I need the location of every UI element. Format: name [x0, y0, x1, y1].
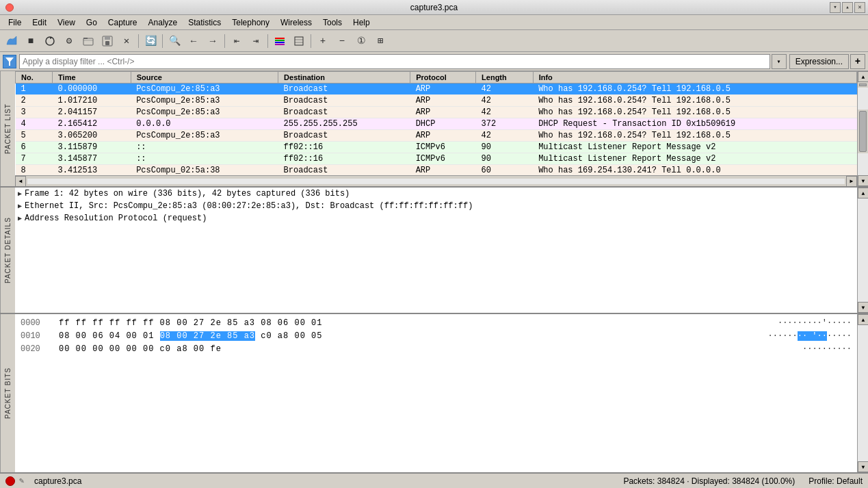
- prev-packet-button[interactable]: ⇥: [247, 33, 265, 49]
- options-button[interactable]: ⚙: [60, 33, 78, 49]
- filter-dropdown-button[interactable]: ▾: [772, 54, 787, 69]
- offset-0020: 0020: [21, 343, 48, 356]
- menu-view[interactable]: View: [52, 16, 81, 29]
- scroll-up-button[interactable]: ▲: [858, 71, 868, 82]
- normal-size-button[interactable]: ①: [352, 33, 370, 49]
- forward-button[interactable]: →: [204, 33, 222, 49]
- svg-rect-7: [275, 40, 285, 41]
- offset-0000: 0000: [21, 317, 48, 330]
- menu-analyze[interactable]: Analyze: [143, 16, 183, 29]
- table-row[interactable]: 53.065200PcsCompu_2e:85:a3BroadcastARP42…: [16, 130, 857, 142]
- packet-table-scroll[interactable]: No. Time Source Destination Protocol Len…: [15, 71, 857, 175]
- menu-wireless[interactable]: Wireless: [275, 16, 317, 29]
- table-row[interactable]: 63.115879::ff02::16ICMPv690Multicast Lis…: [16, 142, 857, 153]
- packet-details-scrollbar[interactable]: ▲ ▼: [857, 188, 868, 313]
- menu-go[interactable]: Go: [81, 16, 103, 29]
- hex-before-highlight: 08 00 06 04 00 01: [59, 331, 160, 341]
- col-no[interactable]: No.: [16, 72, 53, 84]
- menu-edit[interactable]: Edit: [27, 16, 52, 29]
- col-info[interactable]: Info: [533, 72, 856, 84]
- expand-arrow-ethernet[interactable]: ▶: [18, 202, 22, 210]
- col-destination[interactable]: Destination: [278, 72, 410, 84]
- shark-fin-button[interactable]: [3, 33, 21, 49]
- open-button[interactable]: [79, 33, 97, 49]
- separator-2: [162, 34, 163, 48]
- first-packet-button[interactable]: ⇤: [228, 33, 246, 49]
- separator-5: [311, 34, 311, 48]
- col-protocol[interactable]: Protocol: [410, 72, 476, 84]
- find-button[interactable]: 🔍: [166, 33, 183, 49]
- detail-row-frame[interactable]: ▶ Frame 1: 42 bytes on wire (336 bits), …: [15, 188, 857, 200]
- packet-list-content: No. Time Source Destination Protocol Len…: [15, 71, 857, 186]
- close-button[interactable]: ✕: [854, 2, 865, 13]
- packet-bytes-scrollbar[interactable]: ▲ ▼: [857, 314, 868, 472]
- save-button[interactable]: [98, 33, 116, 49]
- colorize-button[interactable]: [271, 33, 289, 49]
- scroll-down-button[interactable]: ▼: [858, 175, 868, 186]
- minimize-button[interactable]: ▾: [830, 2, 841, 13]
- back-button[interactable]: ←: [185, 33, 202, 49]
- zoom-in-button[interactable]: +: [314, 33, 332, 49]
- col-time[interactable]: Time: [53, 72, 131, 84]
- detail-row-ethernet[interactable]: ▶ Ethernet II, Src: PcsCompu_2e:85:a3 (0…: [15, 200, 857, 212]
- detail-row-arp[interactable]: ▶ Address Resolution Protocol (request): [15, 212, 857, 224]
- menu-help[interactable]: Help: [347, 16, 376, 29]
- packet-details-label: PACKET DETAILS: [0, 188, 15, 313]
- separator-4: [267, 34, 268, 48]
- menu-capture[interactable]: Capture: [103, 16, 143, 29]
- filter-input[interactable]: [19, 54, 770, 69]
- close-capture-button[interactable]: ✕: [118, 33, 135, 49]
- table-row[interactable]: 32.041157PcsCompu_2e:85:a3BroadcastARP42…: [16, 107, 857, 118]
- ascii-before-highlight: ······: [768, 331, 798, 341]
- scroll-right-button[interactable]: ▶: [846, 176, 857, 187]
- resize-button[interactable]: ⊞: [371, 33, 389, 49]
- scroll-left-button[interactable]: ◀: [15, 176, 26, 187]
- toolbar: ■ ⚙ ✕ 🔄 🔍 ← → ⇤ ⇥ + − ① ⊞: [0, 30, 868, 52]
- hex-0000: ff ff ff ff ff ff 08 00 27 2e 85 a3 08 0…: [59, 317, 767, 330]
- status-packets: Packets: 384824 · Displayed: 384824 (100…: [623, 476, 863, 486]
- separator-3: [224, 34, 225, 48]
- horizontal-scrollbar[interactable]: ◀ ▶: [15, 175, 857, 186]
- status-bar: ✎ capture3.pca Packets: 384824 · Display…: [0, 473, 868, 488]
- zoom-out-button[interactable]: −: [333, 33, 351, 49]
- packet-details-panel: PACKET DETAILS ▶ Frame 1: 42 bytes on wi…: [0, 188, 868, 314]
- ascii-0000: ·········'·····: [778, 317, 852, 330]
- expand-arrow-frame[interactable]: ▶: [18, 190, 22, 198]
- window-buttons[interactable]: ▾ ▴ ✕: [830, 2, 865, 13]
- col-source[interactable]: Source: [131, 72, 278, 84]
- coloring-rules-button[interactable]: [290, 33, 308, 49]
- packet-table: No. Time Source Destination Protocol Len…: [15, 71, 857, 175]
- svg-rect-8: [275, 42, 285, 43]
- reload-button[interactable]: 🔄: [142, 33, 159, 49]
- filter-icon: [3, 55, 16, 68]
- svg-rect-5: [105, 41, 109, 45]
- table-row[interactable]: 10.000000PcsCompu_2e:85:a3BroadcastARP42…: [16, 84, 857, 95]
- table-row[interactable]: 21.017210PcsCompu_2e:85:a3BroadcastARP42…: [16, 95, 857, 107]
- bytes-content: 0000 ff ff ff ff ff ff 08 00 27 2e 85 a3…: [15, 314, 857, 472]
- packet-list-panel: PACKET LIST No. Time Source Destination …: [0, 71, 868, 188]
- packet-bytes-panel: PACKET BITS 0000 ff ff ff ff ff ff 08 00…: [0, 314, 868, 473]
- detail-arp-text: Address Resolution Protocol (request): [25, 214, 207, 223]
- menu-telephony[interactable]: Telephony: [226, 16, 275, 29]
- expand-arrow-arp[interactable]: ▶: [18, 214, 22, 222]
- col-length[interactable]: Length: [476, 72, 534, 84]
- menu-statistics[interactable]: Statistics: [183, 16, 226, 29]
- expression-button[interactable]: Expression...: [789, 54, 849, 69]
- table-row[interactable]: 73.145877::ff02::16ICMPv690Multicast Lis…: [16, 153, 857, 165]
- add-filter-button[interactable]: +: [850, 54, 865, 69]
- table-row[interactable]: 42.1654120.0.0.0255.255.255.255DHCP372DH…: [16, 118, 857, 130]
- menu-tools[interactable]: Tools: [317, 16, 347, 29]
- maximize-button[interactable]: ▴: [842, 2, 853, 13]
- bytes-row-0010: 0010 08 00 06 04 00 01 08 00 27 2e 85 a3…: [21, 330, 852, 343]
- svg-rect-6: [275, 38, 285, 39]
- table-row[interactable]: 83.412513PcsCompu_02:5a:38BroadcastARP60…: [16, 165, 857, 176]
- bytes-row-0000: 0000 ff ff ff ff ff ff 08 00 27 2e 85 a3…: [21, 317, 852, 330]
- menu-file[interactable]: File: [3, 16, 27, 29]
- scrollbar-h-track[interactable]: [27, 179, 845, 184]
- svg-rect-9: [275, 44, 285, 45]
- menu-bar: File Edit View Go Capture Analyze Statis…: [0, 15, 868, 30]
- restart-button[interactable]: [41, 33, 59, 49]
- stop-button[interactable]: ■: [22, 33, 40, 49]
- window-dot[interactable]: [5, 3, 14, 12]
- packet-list-scrollbar[interactable]: ▲ ▼: [857, 71, 868, 186]
